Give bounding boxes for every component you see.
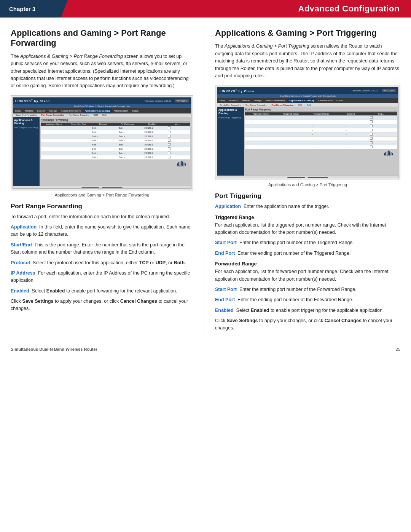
rs-th2-triggered: Triggered Range [276, 113, 306, 115]
triggered-range-intro: For each application, list the triggered… [215, 222, 400, 236]
rs-nav-access: Access Restrictions [59, 108, 83, 113]
svg-rect-6 [185, 163, 186, 166]
start-port-triggered: Start Port Enter the starting port numbe… [215, 239, 400, 246]
rs-row2-4: ~ ~ [245, 128, 397, 133]
subsection-port-triggering: Port Triggering [215, 192, 400, 200]
rs-subnav2-single: Single Port Forwarding [219, 104, 242, 106]
triggered-range-heading: Triggered Range [215, 214, 400, 220]
rs-panel-sub: Port Range Forwarding [14, 126, 38, 129]
rs-model-num-2: WRT330N [382, 89, 396, 92]
rs-row2-5: ~ ~ [245, 133, 397, 137]
rs-cancel-btn-1: Cancel Changes [102, 187, 122, 189]
rs-subnav-single: Single Port Forwarding [14, 114, 38, 116]
rs-save-btn-1: Save Settings [81, 187, 99, 189]
rs-table-header-1: Application Name Start - End Port Protoc… [41, 123, 190, 126]
rs-row2-8: ~ ~ [245, 145, 397, 149]
rs-row2-2: ~ ~ [245, 120, 397, 124]
rs-main-1: Port Range Forwarding Application Name S… [40, 117, 191, 186]
rs-nav-wireless: Wireless [23, 108, 35, 113]
rs-nav2-apps: Applications & Gaming [287, 98, 316, 103]
rs-save-btn-2: Save Settings [287, 177, 305, 178]
field-label-endport-f: End Port [215, 297, 235, 302]
rs-subnav-range: Port Range Forwarding [40, 114, 65, 116]
rs-cisco-area-1: CISCO [41, 160, 190, 167]
rs-subnav2-trigger: Port Range Triggering [270, 104, 295, 106]
field-ip-address: IP Address For each application, enter t… [11, 270, 193, 284]
rs-subnav2-dmz: DMZ [297, 104, 304, 106]
rs-subnav-dmz: DMZ [92, 114, 99, 116]
router-ui-1: LINKSYS® by Cisco Firmware Version: 1.00… [13, 97, 191, 189]
field-label-startend: Start/End [11, 242, 32, 248]
rs-table-title-1: Port Range Forwarding [41, 118, 190, 122]
rs-nav-admin: Administration [112, 108, 130, 113]
content-divider [204, 28, 204, 335]
rs-topbar-1: LINKSYS® by Cisco Firmware Version: 1.00… [13, 97, 191, 104]
rs-nav2-setup: Setup [217, 98, 227, 103]
rs-logo-1: LINKSYS® by Cisco [15, 99, 50, 103]
rs-model-1: Firmware Version: 1.00.00 [145, 100, 171, 102]
rs-footer-1: Save Settings Cancel Changes [13, 186, 191, 189]
rs-nav2-storage: Storage [252, 98, 263, 103]
field-label-app-trigger: Application [215, 204, 241, 209]
rs-nav2-status: Status [335, 98, 345, 103]
rs-panel-sub-2: Port Range Triggering [218, 117, 243, 119]
rs-subnav2-qos: QoS [306, 104, 312, 106]
right-intro: The Applications & Gaming > Port Trigger… [215, 43, 400, 80]
field-label-application: Application [11, 224, 37, 230]
router-ui-2: LINKSYS® by Cisco Firmware Version: 1.00… [217, 87, 398, 178]
field-label-startport-t: Start Port [215, 240, 237, 245]
forward-intro-text: To forward a port, enter the information… [11, 213, 193, 220]
rs-sidebar-nav-1: Single Port Forwarding | Port Range Forw… [13, 113, 191, 117]
rs-row-7: Both ~ Both ~ 192.168.1. [41, 151, 190, 155]
rs-row-8: Both ~ Both ~ 192.168.1. [41, 155, 190, 160]
rs-footer-2: Save Settings Cancel Changes [217, 176, 398, 178]
left-intro: The Applications & Gaming > Port Range F… [11, 53, 193, 90]
field-enabled: Enabled Select Enabled to enable port fo… [11, 288, 193, 295]
page-title: Advanced Configuration [298, 4, 400, 14]
rs-th-appname: Application Name [41, 123, 66, 125]
rs-subnav2-range: Port Range Forwarding [244, 104, 268, 106]
rs-row-4: Both ~ Both ~ 192.168.1. [41, 139, 190, 143]
rs-row-5: Both ~ Both ~ 192.168.1. [41, 143, 190, 147]
rs-nav-setup: Setup [13, 108, 23, 113]
rs-nav-status: Status [130, 108, 140, 113]
forwarded-range-intro: For each application, list the forwarded… [215, 268, 400, 283]
rs-nav-apps: Applications & Gaming [83, 108, 112, 113]
main-content: Applications and Gaming > Port Range For… [0, 18, 411, 335]
rs-body-2: Applications & Gaming Port Range Trigger… [217, 107, 398, 176]
left-section-title: Applications and Gaming > Port Range For… [11, 28, 193, 48]
svg-text:CISCO: CISCO [384, 154, 391, 156]
forwarded-range-heading: Forwarded Range [215, 261, 400, 267]
field-label-ip: IP Address [11, 270, 35, 276]
field-label-protocol: Protocol [11, 260, 30, 265]
rs-nav-storage: Storage [47, 108, 59, 113]
rs-left-panel-1: Applications & Gaming Port Range Forward… [13, 117, 40, 186]
rs-panel-title-1: Applications & Gaming [14, 119, 38, 125]
svg-text:CISCO: CISCO [177, 165, 184, 166]
header-title-area: Advanced Configuration [61, 0, 411, 18]
rs-th-help: Help... [164, 123, 189, 125]
rs-row2-7: ~ ~ [245, 141, 397, 145]
rs-subnav-trigger: Port Range Triggering [67, 114, 90, 116]
field-protocol: Protocol Select the protocol used for th… [11, 259, 193, 267]
screenshot-caption-1: Applications and Gaming > Port Range For… [11, 193, 193, 197]
rs-nav-2: Setup Wireless Security Storage Access R… [217, 98, 398, 103]
rs-panel-title-2: Applications & Gaming [218, 109, 243, 115]
rs-topbar-2: LINKSYS® by Cisco Firmware Version: 1.00… [217, 87, 398, 94]
save-note-left: Click Save Settings to apply your change… [11, 298, 193, 313]
app-field-desc: Application Enter the application name o… [215, 203, 400, 210]
rs-row2-1: ~ ~ [245, 116, 397, 120]
rs-table-header-2: Application Name Triggered Range Forward… [245, 112, 397, 115]
enabled-trigger-field: Enabled Select Enabled to enable port tr… [215, 307, 400, 314]
rs-model-2: Firmware Version: 1.00.00 [352, 89, 378, 92]
rs-th-startend: Start - End Port [66, 123, 91, 125]
rs-th2-enabled: Enabled [336, 113, 366, 115]
field-label-enabled-t: Enabled [215, 308, 234, 313]
rs-left-panel-2: Applications & Gaming Port Range Trigger… [217, 107, 244, 176]
start-port-fwd: Start Port Enter the starting port numbe… [215, 286, 400, 293]
rs-main-2: Port Range Triggering Application Name T… [244, 107, 398, 176]
footer-left-text: Simultaneous Dual-N Band Wireless Router [11, 347, 97, 351]
rs-nav2-wireless: Wireless [227, 98, 240, 103]
rs-nav-1: Setup Wireless Security Storage Access R… [13, 108, 191, 113]
field-label-enabled: Enabled [11, 288, 29, 294]
